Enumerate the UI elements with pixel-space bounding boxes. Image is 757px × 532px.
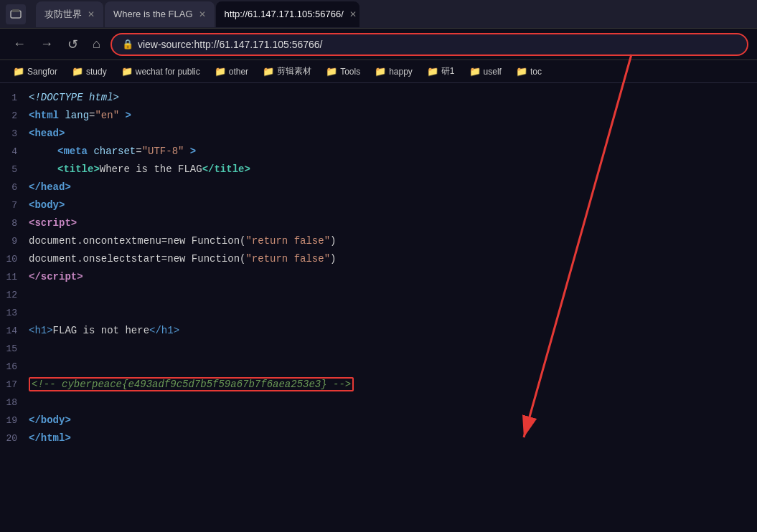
lock-icon: 🔒 <box>122 39 133 49</box>
code-line-16: 16 <box>0 358 757 376</box>
code-line-12: 12 <box>0 286 757 304</box>
code-line-9: 9 document.oncontextmenu=new Function("r… <box>0 232 757 250</box>
bookmark-other[interactable]: 📁 other <box>209 65 254 78</box>
bookmark-tools[interactable]: 📁 Tools <box>320 65 366 78</box>
bookmark-other-label: other <box>229 67 248 77</box>
back-button[interactable]: ← <box>9 34 30 54</box>
bookmark-clips[interactable]: 📁 剪辑素材 <box>257 64 317 79</box>
bookmark-sangfor[interactable]: 📁 Sangfor <box>7 65 63 78</box>
folder-icon-study: 📁 <box>72 66 83 77</box>
code-line-1: 1 <!DOCTYPE html> <box>0 89 757 107</box>
home-button[interactable]: ⌂ <box>88 34 105 54</box>
bookmark-toc[interactable]: 📁 toc <box>510 65 547 78</box>
folder-icon-toc: 📁 <box>516 66 527 77</box>
bookmark-wechat-label: wechat for public <box>136 67 200 77</box>
code-line-2: 2 <html lang="en" > <box>0 107 757 125</box>
tab-1-label: 攻防世界 <box>44 8 82 21</box>
code-line-11: 11 </script> <box>0 268 757 286</box>
bookmark-study[interactable]: 📁 study <box>66 65 113 78</box>
folder-icon-research1: 📁 <box>427 66 438 77</box>
source-code-area: 1 <!DOCTYPE html> 2 <html lang="en" > 3 … <box>0 83 757 532</box>
bookmark-wechat[interactable]: 📁 wechat for public <box>116 65 206 78</box>
tab-2[interactable]: Where is the FLAG ✕ <box>105 1 215 27</box>
bookmark-research1[interactable]: 📁 研1 <box>421 64 461 79</box>
browser-icon <box>6 4 26 24</box>
code-line-19: 19 </body> <box>0 412 757 429</box>
code-line-17: 17 <!-- cyberpeace{e493adf9c5d7b5f59a67b… <box>0 376 757 394</box>
code-line-3: 3 <head> <box>0 125 757 143</box>
bookmark-toc-label: toc <box>530 67 542 77</box>
reload-button[interactable]: ↺ <box>63 34 83 55</box>
bookmarks-bar: 📁 Sangfor 📁 study 📁 wechat for public 📁 … <box>0 60 757 83</box>
folder-icon-clips: 📁 <box>263 66 274 77</box>
code-line-6: 6 </head> <box>0 179 757 196</box>
code-line-14: 14 <h1>FLAG is not here</h1> <box>0 322 757 340</box>
tab-2-label: Where is the FLAG <box>113 9 193 19</box>
tab-1[interactable]: 攻防世界 ✕ <box>36 1 103 27</box>
code-line-4: 4 <meta charset="UTF-8" > <box>0 143 757 161</box>
folder-icon-uself: 📁 <box>469 66 481 77</box>
address-bar[interactable]: 🔒 view-source:http://61.147.171.105:5676… <box>111 33 748 56</box>
tab-2-close[interactable]: ✕ <box>199 9 206 19</box>
bookmark-research1-label: 研1 <box>441 65 455 77</box>
code-line-20: 20 </html> <box>0 429 757 447</box>
folder-icon-wechat: 📁 <box>121 66 133 77</box>
address-text: view-source:http://61.147.171.105:56766/ <box>138 39 737 50</box>
code-line-15: 15 <box>0 340 757 358</box>
bookmark-uself[interactable]: 📁 uself <box>464 65 507 78</box>
folder-icon-sangfor: 📁 <box>13 66 24 77</box>
folder-icon-happy: 📁 <box>375 66 386 77</box>
tab-bar: 攻防世界 ✕ Where is the FLAG ✕ http://61.147… <box>0 0 757 29</box>
folder-icon-other: 📁 <box>215 66 226 77</box>
bookmark-happy[interactable]: 📁 happy <box>369 65 418 78</box>
bookmark-tools-label: Tools <box>340 67 360 77</box>
bookmark-happy-label: happy <box>389 67 413 77</box>
tab-1-close[interactable]: ✕ <box>88 9 95 19</box>
code-line-18: 18 <box>0 394 757 412</box>
bookmark-study-label: study <box>86 67 107 77</box>
code-line-8: 8 <script> <box>0 214 757 232</box>
bookmark-sangfor-label: Sangfor <box>27 67 57 77</box>
code-line-5: 5 <title>Where is the FLAG</title> <box>0 161 757 179</box>
code-line-10: 10 document.onselectstart=new Function("… <box>0 250 757 268</box>
svg-rect-1 <box>12 9 19 12</box>
tab-3-label: http://61.147.171.105:56766/ <box>225 9 344 19</box>
folder-icon-tools: 📁 <box>326 66 337 77</box>
nav-bar: ← → ↺ ⌂ 🔒 view-source:http://61.147.171.… <box>0 29 757 60</box>
code-line-13: 13 <box>0 304 757 322</box>
code-line-7: 7 <body> <box>0 196 757 214</box>
bookmark-uself-label: uself <box>484 67 502 77</box>
forward-button[interactable]: → <box>36 34 57 54</box>
bookmark-clips-label: 剪辑素材 <box>277 65 311 77</box>
tab-3[interactable]: http://61.147.171.105:56766/ ✕ <box>216 1 359 27</box>
tab-3-close[interactable]: ✕ <box>349 9 357 19</box>
